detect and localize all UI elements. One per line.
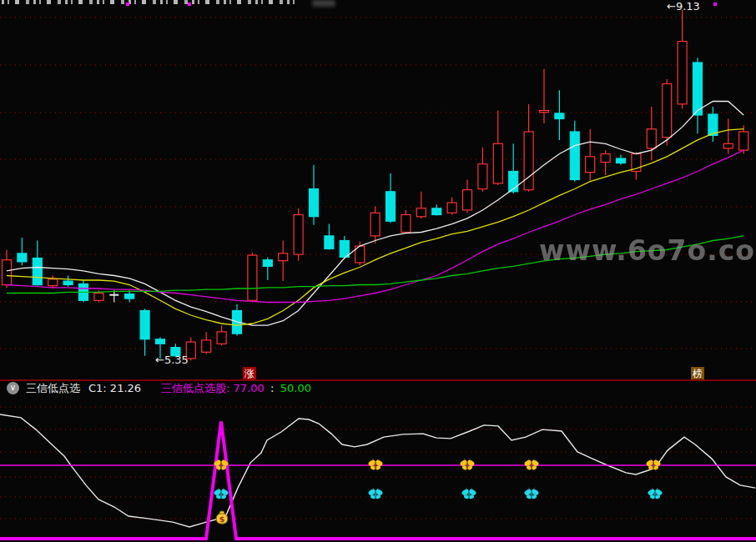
candle-body bbox=[478, 164, 487, 189]
candle-body bbox=[263, 260, 272, 267]
candle-body bbox=[294, 215, 303, 255]
candle-body bbox=[386, 192, 396, 221]
candle-body bbox=[617, 158, 626, 163]
candle-body bbox=[601, 154, 610, 163]
candle-body bbox=[3, 260, 12, 285]
signal-dot bbox=[188, 3, 191, 6]
app-screen: ←9.13 ←5.35 www.6o7o.com 涨 榜 ∨ 三信低点选 C1:… bbox=[0, 0, 756, 542]
candle-body bbox=[493, 143, 502, 183]
candle-body bbox=[248, 255, 257, 300]
candle-body bbox=[370, 213, 380, 236]
indicator-header: ∨ 三信低点选 C1: 21.26 三信低点选股: 77.00 ： 50.00 bbox=[0, 381, 756, 395]
candle-body bbox=[723, 143, 733, 148]
candle-body bbox=[416, 208, 426, 217]
candle-body bbox=[708, 114, 718, 135]
candle-body bbox=[678, 42, 687, 104]
main-gridlines bbox=[0, 18, 756, 349]
butterfly-cyan-icon bbox=[213, 488, 229, 499]
candle-body bbox=[586, 157, 595, 173]
candle-body bbox=[647, 129, 656, 148]
candle-body bbox=[340, 241, 349, 258]
badge-bang: 榜 bbox=[691, 367, 704, 380]
collapse-icon[interactable]: ∨ bbox=[7, 382, 19, 394]
candle-body bbox=[463, 190, 472, 210]
indicator-signal-label: 三信低点选股: 77.00 bbox=[161, 381, 265, 395]
candle-body bbox=[432, 208, 441, 215]
candle-body bbox=[140, 311, 149, 339]
candle-body bbox=[570, 132, 579, 180]
indicator-name[interactable]: 三信低点选 bbox=[26, 381, 80, 395]
main-chart-svg[interactable] bbox=[0, 0, 756, 379]
indicator-separator: ： bbox=[267, 381, 278, 395]
signal-dot bbox=[713, 3, 717, 6]
butterfly-gold-icon bbox=[459, 459, 475, 470]
candle-body bbox=[739, 132, 748, 150]
candle-body bbox=[663, 84, 672, 138]
signal-dot bbox=[126, 3, 129, 6]
sub-chart-svg[interactable]: $ bbox=[0, 396, 756, 542]
candle-body bbox=[540, 111, 549, 113]
candles-layer bbox=[3, 10, 748, 360]
butterfly-cyan-icon bbox=[461, 488, 476, 499]
butterfly-cyan-icon bbox=[647, 488, 663, 499]
candle-body bbox=[279, 253, 288, 261]
low-price-label: ←5.35 bbox=[155, 354, 189, 366]
candle-body bbox=[202, 340, 211, 352]
indicator-white-line bbox=[0, 414, 755, 527]
candle-body bbox=[94, 294, 103, 301]
indicator-threshold-value: 50.00 bbox=[280, 381, 311, 395]
butterfly-gold-icon bbox=[645, 459, 661, 470]
candle-body bbox=[217, 332, 226, 344]
candle-body bbox=[555, 113, 564, 119]
high-price-label: ←9.13 bbox=[667, 1, 700, 13]
candle-body bbox=[156, 339, 165, 344]
badge-zhang: 涨 bbox=[243, 367, 256, 380]
butterfly-cyan-icon bbox=[523, 488, 539, 499]
candle-body bbox=[48, 279, 58, 286]
butterfly-cyan-icon bbox=[367, 488, 383, 499]
candle-body bbox=[447, 203, 456, 213]
candle-body bbox=[63, 281, 73, 284]
money-bag-icon: $ bbox=[216, 511, 228, 524]
svg-text:$: $ bbox=[219, 514, 225, 524]
candle-body bbox=[693, 63, 703, 115]
candle-body bbox=[18, 253, 27, 262]
candle-body bbox=[325, 236, 334, 249]
butterfly-gold-icon bbox=[523, 459, 539, 470]
indicator-c1-value: C1: 21.26 bbox=[88, 381, 141, 395]
candle-body bbox=[401, 215, 411, 233]
candle-body bbox=[33, 258, 42, 285]
butterfly-gold-icon bbox=[367, 459, 383, 470]
site-watermark: www.6o7o.com bbox=[539, 234, 756, 267]
candle-body bbox=[524, 132, 533, 190]
candle-body bbox=[310, 189, 319, 217]
candle-body bbox=[125, 294, 134, 299]
